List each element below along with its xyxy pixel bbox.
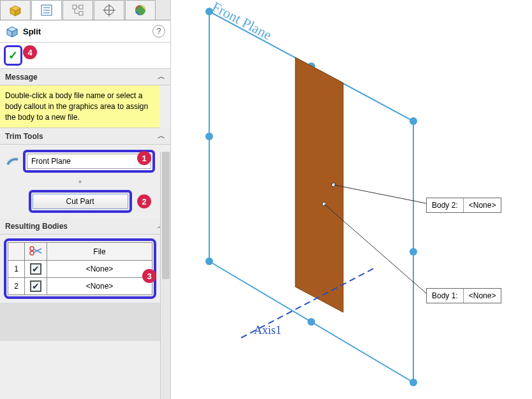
ball-icon: [133, 3, 147, 17]
svg-point-20: [30, 247, 34, 250]
cut-highlight: Cut Part: [29, 190, 132, 213]
trim-selection-row: 1: [5, 150, 155, 173]
step-badge-4: 4: [23, 45, 37, 59]
col-file: File: [47, 243, 152, 261]
svg-rect-8: [79, 5, 83, 9]
feature-title: Split: [23, 27, 152, 36]
row-index: 2: [8, 278, 25, 295]
svg-point-26: [410, 117, 417, 125]
list-icon: [40, 3, 54, 17]
trim-body: 1 ● Cut Part 2: [0, 145, 160, 218]
callout-label: Body 2:: [427, 198, 464, 212]
svg-line-23: [34, 249, 41, 252]
table-header-row: File: [8, 243, 152, 261]
resulting-bodies-table: File 1 ✔ <None> 2 ✔ <None>: [8, 242, 152, 295]
section-result-header[interactable]: Resulting Bodies ︿: [0, 218, 170, 235]
svg-point-27: [410, 379, 417, 386]
trim-input-highlight: [23, 150, 155, 173]
callout-value[interactable]: <None>: [464, 198, 501, 212]
result-body: File 1 ✔ <None> 2 ✔ <None> 3: [0, 235, 160, 303]
step-badge-3: 3: [142, 269, 156, 283]
table-row[interactable]: 1 ✔ <None>: [8, 261, 152, 278]
chevron-icon: ︿: [158, 131, 165, 141]
property-manager-panel: Split ? ✓ ✕ 4 Message ︿ Double-click a b…: [0, 0, 171, 399]
col-index: [8, 243, 25, 261]
target-icon: [102, 3, 116, 17]
scrollbar-thumb[interactable]: [162, 152, 170, 279]
svg-point-28: [205, 258, 213, 265]
box-icon: [8, 3, 22, 17]
cut-row: Cut Part 2: [5, 190, 155, 213]
svg-line-22: [34, 249, 41, 253]
row-file[interactable]: <None>: [47, 278, 152, 295]
chevron-icon: ︿: [158, 71, 165, 82]
tab-display[interactable]: [125, 0, 156, 20]
svg-rect-10: [79, 11, 83, 15]
col-check[interactable]: [25, 243, 47, 261]
section-result-title: Resulting Bodies: [5, 222, 68, 231]
help-button[interactable]: ?: [152, 25, 165, 38]
tree-icon: [71, 3, 85, 17]
feature-header: Split ?: [0, 20, 170, 43]
message-box: Double-click a body file name or select …: [0, 85, 160, 128]
panel-scroll[interactable]: Message ︿ Double-click a body file name …: [0, 69, 170, 399]
section-trim-title: Trim Tools: [5, 132, 43, 141]
svg-point-31: [307, 318, 315, 326]
top-tabs: [0, 0, 170, 20]
row-index: 1: [8, 261, 25, 278]
body-callout-1[interactable]: Body 1: <None>: [426, 288, 501, 303]
checkbox-icon[interactable]: ✔: [30, 280, 41, 292]
row-check[interactable]: ✔: [25, 278, 47, 295]
row-file[interactable]: <None>: [47, 261, 152, 278]
section-message-title: Message: [5, 73, 38, 82]
section-trim-header[interactable]: Trim Tools ︿: [0, 128, 170, 145]
callout-label: Body 1:: [427, 289, 464, 303]
svg-point-21: [30, 251, 34, 255]
body-callout-2[interactable]: Body 2: <None>: [426, 198, 501, 213]
checkbox-icon[interactable]: ✔: [30, 263, 41, 275]
step-badge-2: 2: [137, 194, 151, 208]
tab-property-manager[interactable]: [31, 0, 62, 20]
section-message-header[interactable]: Message ︿: [0, 69, 170, 85]
ok-button[interactable]: ✓: [8, 48, 18, 62]
confirm-highlight: ✓: [4, 45, 22, 66]
svg-marker-33: [295, 57, 343, 312]
graphics-viewport[interactable]: Front Plane Axis1 Body 2: <None> Body 1:…: [171, 0, 532, 399]
svg-point-30: [410, 248, 417, 256]
trim-tools-input[interactable]: [27, 154, 151, 169]
svg-point-32: [205, 133, 213, 140]
table-row[interactable]: 2 ✔ <None>: [8, 278, 152, 295]
axis-label: Axis1: [254, 324, 281, 337]
drag-handle[interactable]: ●: [5, 178, 155, 185]
cut-part-button[interactable]: Cut Part: [33, 194, 128, 209]
panel-empty: [0, 303, 160, 341]
svg-line-36: [334, 185, 429, 204]
tab-dimxpert[interactable]: [94, 0, 124, 20]
confirm-row: ✓ ✕ 4: [0, 43, 170, 69]
scrollbar[interactable]: [160, 152, 170, 399]
tab-feature-tree[interactable]: [0, 0, 31, 20]
svg-rect-7: [73, 5, 77, 9]
scissors-icon: [29, 245, 43, 256]
row-check[interactable]: ✔: [25, 261, 47, 278]
split-icon: [5, 24, 19, 38]
callout-value[interactable]: <None>: [464, 289, 501, 303]
table-highlight: File 1 ✔ <None> 2 ✔ <None> 3: [4, 238, 156, 299]
tab-configuration[interactable]: [63, 0, 93, 20]
surface-icon: [5, 154, 20, 169]
